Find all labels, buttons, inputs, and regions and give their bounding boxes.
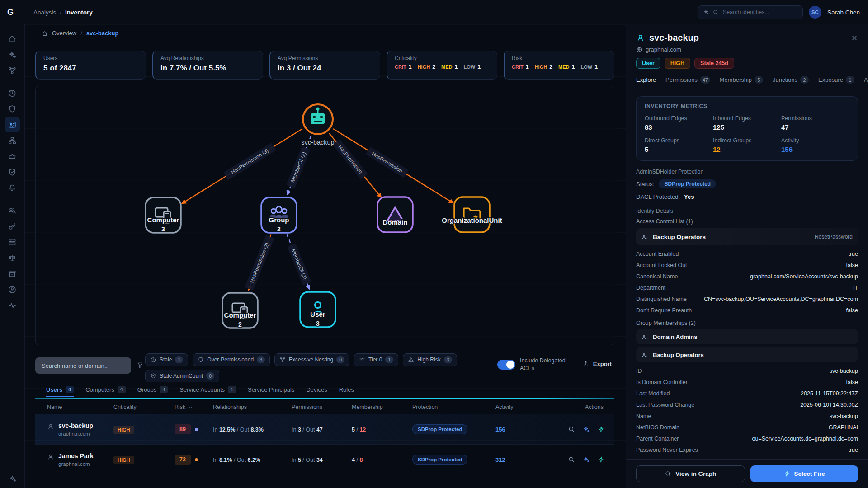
panel-tab-membership[interactable]: Membership5 bbox=[720, 76, 764, 89]
sidebar-item-activity-pulse[interactable] bbox=[5, 298, 20, 313]
row-action-bolt[interactable] bbox=[598, 426, 605, 433]
sidebar-item-shield-check[interactable] bbox=[5, 164, 20, 180]
panel-tab-permissions[interactable]: Permissions47 bbox=[665, 76, 710, 89]
avatar[interactable]: SC bbox=[809, 6, 821, 19]
filter-chip-stale[interactable]: Stale1 bbox=[145, 353, 188, 366]
row-action-sparkles[interactable] bbox=[583, 426, 590, 433]
row-action-search[interactable] bbox=[568, 456, 575, 463]
tab-svc-backup[interactable]: svc-backup bbox=[86, 30, 119, 37]
column-header-actions[interactable]: Actions bbox=[568, 404, 614, 410]
select-fire-button[interactable]: Select Fire bbox=[750, 465, 859, 482]
table-tab-groups[interactable]: Groups4 bbox=[137, 386, 168, 397]
graph-canvas[interactable]: HasPermission (3)MemberOf (2)HasPermissi… bbox=[36, 86, 614, 345]
row-name: James Park bbox=[58, 452, 94, 460]
column-header-relationships[interactable]: Relationships bbox=[213, 404, 292, 410]
graph-node-svc-backup[interactable]: svc-backup bbox=[301, 104, 334, 146]
sidebar-item-key[interactable] bbox=[5, 219, 20, 234]
table-tab-service-accounts[interactable]: Service Accounts1 bbox=[179, 386, 236, 397]
group-membership-row[interactable]: Domain Admins bbox=[636, 329, 858, 344]
panel-tab-exposure[interactable]: Exposure1 bbox=[818, 76, 854, 89]
relationship-graph[interactable]: HasPermission (3)MemberOf (2)HasPermissi… bbox=[35, 86, 614, 345]
panel-scroll-area[interactable]: INVENTORY METRICS Outbound Edges83Inboun… bbox=[626, 89, 868, 459]
sidebar-item-id-badge[interactable] bbox=[5, 117, 20, 132]
graph-node-computer-3[interactable]: Computer3 bbox=[146, 197, 181, 233]
sparkles-icon bbox=[8, 50, 17, 59]
kv-label: Last Password Change bbox=[636, 402, 694, 408]
sidebar-item-users[interactable] bbox=[5, 203, 20, 218]
stat-card-risk: Risk CRIT1HIGH2MED1LOW1 bbox=[504, 51, 614, 80]
sidebar-item-history[interactable] bbox=[5, 85, 20, 101]
table-row[interactable]: James Parkgraphnai.comHIGH72In 8.1% / Ou… bbox=[35, 444, 614, 474]
table-tab-computers[interactable]: Computers4 bbox=[85, 386, 126, 397]
sidebar-item-hierarchy[interactable] bbox=[5, 133, 20, 148]
panel-tab-explore[interactable]: Explore bbox=[636, 76, 656, 89]
sidebar-item-user-circle[interactable] bbox=[5, 282, 20, 297]
status-label: Status: bbox=[636, 181, 654, 188]
table-tab-users[interactable]: Users4 bbox=[46, 386, 74, 397]
group-membership-row[interactable]: Backup Operators bbox=[636, 347, 858, 362]
sidebar-item-scales[interactable] bbox=[5, 250, 20, 266]
close-panel-icon[interactable] bbox=[851, 34, 858, 42]
text-dim: / Out bbox=[301, 427, 316, 433]
graph-node-domain[interactable]: Domain bbox=[377, 197, 413, 232]
sidebar-item-shield[interactable] bbox=[5, 101, 20, 117]
column-header-risk[interactable]: Risk bbox=[175, 404, 213, 410]
table-body: svc-backupgraphnai.comHIGH89In 12.5% / O… bbox=[35, 414, 614, 474]
sidebar-item-bell[interactable] bbox=[5, 180, 20, 196]
column-header-membership[interactable]: Membership bbox=[352, 404, 412, 410]
sidebar-item-archive[interactable] bbox=[5, 266, 20, 282]
panel-tab-junctions[interactable]: Junctions2 bbox=[773, 76, 809, 89]
table-row[interactable]: svc-backupgraphnai.comHIGH89In 12.5% / O… bbox=[35, 414, 614, 444]
filter-chip-stale-admincount[interactable]: Stale AdminCount0 bbox=[145, 370, 219, 382]
column-header-activity[interactable]: Activity bbox=[495, 404, 568, 410]
filter-chip-tier-0[interactable]: Tier 01 bbox=[354, 353, 398, 366]
sidebar-item-crown[interactable] bbox=[5, 149, 20, 164]
search-icon bbox=[568, 456, 575, 463]
table-tab-roles[interactable]: Roles bbox=[339, 386, 354, 397]
breadcrumb-section[interactable]: Analysis bbox=[33, 9, 56, 16]
filter-chip-high-risk[interactable]: High Risk3 bbox=[403, 353, 457, 366]
column-header-criticality[interactable]: Criticality bbox=[113, 404, 175, 410]
sidebar-item-graph-network[interactable] bbox=[5, 63, 20, 78]
sparkles-icon[interactable] bbox=[9, 474, 17, 483]
sidebar-group-gap bbox=[5, 79, 20, 85]
graph-node-group-2[interactable]: Group2 bbox=[261, 197, 297, 233]
row-action-search[interactable] bbox=[568, 426, 575, 433]
graph-node-org-unit[interactable]: OrganizationalUnit bbox=[442, 197, 502, 232]
include-delegated-aces-toggle[interactable] bbox=[497, 360, 515, 370]
filter-chip-over-permissioned[interactable]: Over-Permissioned3 bbox=[193, 353, 270, 366]
column-header-protection[interactable]: Protection bbox=[412, 404, 495, 410]
table-search[interactable] bbox=[35, 357, 131, 374]
close-tab-icon[interactable] bbox=[124, 31, 130, 36]
toggle-label: Include Delegated ACEs bbox=[520, 357, 575, 372]
close-icon bbox=[124, 31, 130, 36]
row-action-sparkles[interactable] bbox=[583, 456, 590, 463]
sidebar-item-sparkles[interactable] bbox=[5, 47, 20, 62]
row-action-bolt[interactable] bbox=[598, 456, 605, 463]
filter-chip-excessive-nesting[interactable]: Excessive Nesting0 bbox=[274, 353, 349, 366]
relationships-cell: In 8.1% / Out 6.2% bbox=[213, 455, 292, 464]
export-button[interactable]: Export bbox=[582, 360, 612, 367]
severity-item: CRIT1 bbox=[512, 64, 529, 70]
view-in-graph-button[interactable]: View in Graph bbox=[636, 465, 745, 482]
graph-node-computer-2[interactable]: Computer2 bbox=[222, 293, 258, 328]
text-value: 6.2% bbox=[247, 457, 260, 463]
svg-text:HasPermission (2): HasPermission (2) bbox=[249, 242, 270, 283]
acl-row[interactable]: Backup OperatorsResetPassword bbox=[636, 228, 858, 245]
metric-outbound-edges: Outbound Edges83 bbox=[645, 115, 713, 131]
sidebar-item-home[interactable] bbox=[5, 31, 20, 47]
column-header-permissions[interactable]: Permissions bbox=[292, 404, 352, 410]
global-search[interactable] bbox=[698, 5, 803, 19]
column-header-name[interactable]: Name bbox=[47, 404, 113, 410]
graph-node-user-3[interactable]: User3 bbox=[300, 292, 335, 327]
table-tab-service-principals[interactable]: Service Principals bbox=[248, 386, 294, 397]
panel-tab-alerts[interactable]: Alerts3 bbox=[864, 76, 868, 89]
funnel-icon[interactable] bbox=[137, 361, 144, 369]
table-search-input[interactable] bbox=[41, 362, 126, 370]
home-icon[interactable] bbox=[42, 30, 48, 37]
table-tab-devices[interactable]: Devices bbox=[306, 386, 327, 397]
global-search-input[interactable] bbox=[722, 9, 798, 16]
sidebar-item-server[interactable] bbox=[5, 235, 20, 250]
panel-tabs: ExplorePermissions47Membership5Junctions… bbox=[626, 76, 868, 89]
tab-overview[interactable]: Overview bbox=[52, 30, 76, 37]
